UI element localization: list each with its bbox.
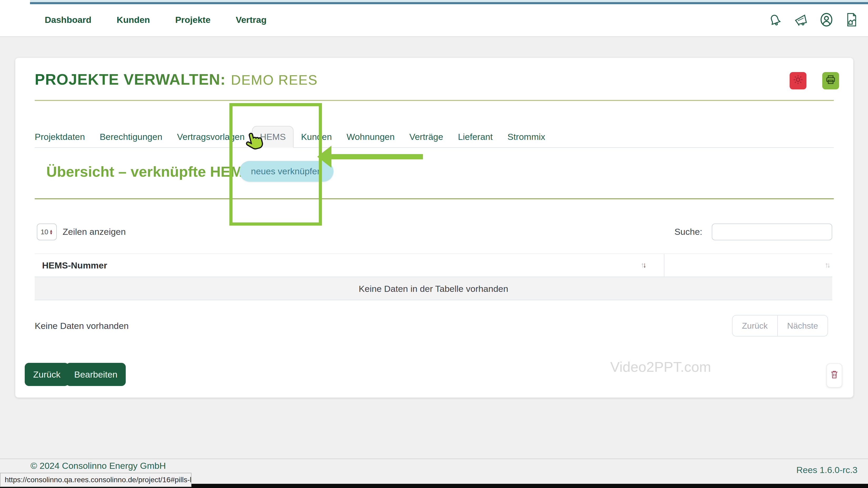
- topbar-light-strip: [30, 0, 868, 2]
- page-title-label: PROJEKTE VERWALTEN:: [35, 71, 226, 88]
- tab-kunden[interactable]: Kunden: [293, 127, 339, 147]
- select-carets-icon: ▲▼: [50, 229, 53, 234]
- pagination-previous-button[interactable]: Zurück: [732, 315, 777, 336]
- tab-hems[interactable]: HEMS: [252, 126, 293, 148]
- search-input[interactable]: [712, 224, 832, 240]
- watermark-text: Video2PPT.com: [610, 359, 711, 375]
- tab-wohnungen[interactable]: Wohnungen: [339, 127, 402, 147]
- project-card: PROJEKTE VERWALTEN:DEMO REES Projektdate…: [15, 58, 853, 397]
- page-body: PROJEKTE VERWALTEN:DEMO REES Projektdate…: [0, 37, 868, 488]
- user-profile-icon[interactable]: [819, 12, 833, 27]
- annotation-arrow-icon: [317, 146, 332, 168]
- printer-icon: [825, 74, 836, 88]
- tab-lieferant[interactable]: Lieferant: [451, 127, 500, 147]
- tab-vertraege[interactable]: Verträge: [402, 127, 451, 147]
- table-header-row: HEMS-Nummer ↑↓ ↑↓: [35, 254, 832, 277]
- nav-item-kunden[interactable]: Kunden: [117, 15, 150, 25]
- page-length-label: Zeilen anzeigen: [63, 227, 126, 237]
- pagination: Zurück Nächste: [732, 315, 828, 336]
- annotation-arrow-shaft: [330, 154, 423, 159]
- gear-icon: [793, 74, 803, 87]
- sort-icon: ↑↓: [641, 261, 645, 269]
- section-divider: [35, 198, 834, 199]
- tab-vertragsvorlagen[interactable]: Vertragsvorlagen: [169, 127, 252, 147]
- tab-projektdaten[interactable]: Projektdaten: [35, 127, 92, 147]
- pagination-next-button[interactable]: Nächste: [777, 315, 828, 336]
- hems-table: HEMS-Nummer ↑↓ ↑↓ Keine Daten in der Tab…: [35, 254, 832, 300]
- tab-berechtigungen[interactable]: Berechtigungen: [92, 127, 169, 147]
- megaphone-news-icon[interactable]: [793, 13, 808, 27]
- edit-button[interactable]: Bearbeiten: [66, 363, 126, 386]
- nav-item-dashboard[interactable]: Dashboard: [45, 15, 92, 25]
- topbar-accent-line: [30, 2, 868, 4]
- sort-icon: ↑↓: [825, 261, 829, 269]
- main-navbar: Dashboard Kunden Projekte Vertrag: [0, 0, 868, 37]
- bell-icon[interactable]: [768, 13, 782, 27]
- nav-item-vertrag[interactable]: Vertrag: [236, 15, 267, 25]
- settings-button[interactable]: [789, 72, 806, 89]
- back-button[interactable]: Zurück: [25, 363, 69, 386]
- main-nav-links: Dashboard Kunden Projekte Vertrag: [0, 11, 267, 25]
- footer-version: Rees 1.6.0-rc.3: [797, 465, 858, 475]
- column-divider: [664, 254, 664, 276]
- tab-strommix[interactable]: Strommix: [500, 127, 553, 147]
- print-button[interactable]: [822, 72, 839, 89]
- navbar-icon-group: [768, 9, 868, 27]
- trash-icon: [830, 370, 838, 381]
- status-bar-url: https://consolinno.qa.rees.consolinno.de…: [0, 473, 191, 487]
- title-divider: [35, 100, 834, 101]
- project-tabs: Projektdaten Berechtigungen Vertragsvorl…: [35, 127, 834, 148]
- page-length-value: 10: [41, 228, 49, 236]
- building-document-icon[interactable]: [845, 12, 859, 27]
- nav-item-projekte[interactable]: Projekte: [175, 15, 210, 25]
- footer-divider: [0, 459, 868, 459]
- project-name: DEMO REES: [231, 72, 318, 88]
- page-length-select[interactable]: 10 ▲▼: [37, 224, 57, 240]
- page-title: PROJEKTE VERWALTEN:DEMO REES: [35, 70, 318, 88]
- column-header-hems-nummer[interactable]: HEMS-Nummer: [42, 260, 107, 270]
- hems-panel-heading: Übersicht – verknüpfte HEMS: [46, 163, 252, 180]
- search-label: Suche:: [674, 227, 702, 237]
- footer-copyright: © 2024 Consolinno Energy GmbH: [31, 461, 166, 471]
- table-info-text: Keine Daten vorhanden: [35, 321, 129, 331]
- table-empty-row: Keine Daten in der Tabelle vorhanden: [35, 277, 832, 300]
- delete-button[interactable]: [827, 363, 842, 388]
